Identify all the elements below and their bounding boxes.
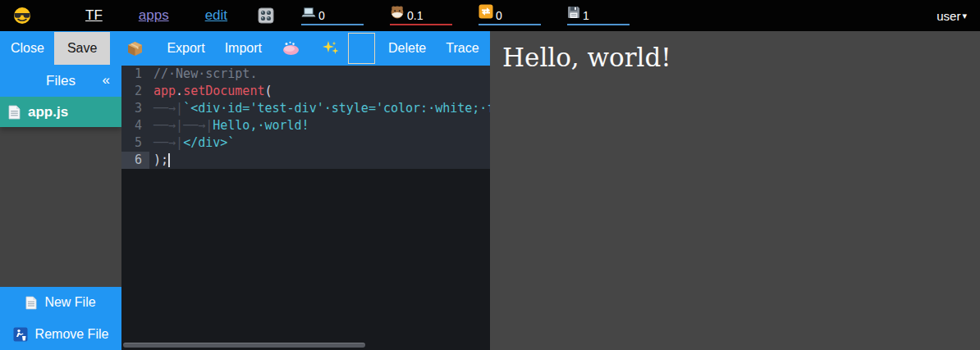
app-window: TF apps edit	[0, 0, 980, 350]
code-line[interactable]: app.setDocument(	[149, 83, 490, 100]
user-menu-label: user	[936, 9, 960, 23]
gutter-line-number[interactable]: 4	[121, 117, 149, 134]
trace-button[interactable]: Trace	[446, 41, 479, 56]
user-menu[interactable]: user ▾	[936, 9, 967, 23]
file-name: app.js	[28, 104, 68, 120]
files-header: Files «	[0, 66, 121, 97]
editor-toolbar: Close Save Export Import	[0, 31, 490, 66]
code-token-string: Hello,·world!	[213, 118, 309, 133]
files-sidebar: Files « app.js	[0, 66, 121, 350]
new-file-icon	[25, 296, 37, 310]
close-button[interactable]: Close	[11, 41, 44, 56]
edit-link[interactable]: edit	[205, 7, 227, 24]
code-token-string: `<div·id='test-div'·style='color:·white;…	[183, 101, 490, 116]
top-bar: TF apps edit	[0, 0, 980, 31]
control-knobs-icon[interactable]	[257, 7, 275, 25]
laptop-icon	[301, 6, 316, 22]
remove-file-button[interactable]: Remove File	[0, 318, 121, 350]
collapse-sidebar-button[interactable]: «	[103, 72, 110, 89]
gutter-line-number[interactable]: 5	[121, 134, 149, 152]
remove-file-label: Remove File	[35, 327, 109, 342]
save-meter-input[interactable]	[583, 9, 619, 22]
editor-pane: Close Save Export Import	[0, 31, 490, 350]
code-token-name: setDocument	[183, 84, 264, 98]
editor-code-column: //·New·script.app.setDocument(──→|`<div·…	[149, 66, 490, 169]
code-line[interactable]: ──→|──→|Hello,·world!	[149, 117, 490, 134]
preview-hello-text: Hello, world!	[490, 31, 980, 72]
gutter-line-number[interactable]: 6	[121, 152, 149, 169]
files-header-label: Files	[46, 73, 76, 89]
loop-meter-input[interactable]	[496, 9, 532, 22]
code-token-punct: );	[153, 152, 168, 167]
litter-bin-icon	[13, 327, 28, 342]
repeat-icon	[479, 4, 493, 22]
code-token-punct: (	[264, 84, 272, 98]
new-file-label: New File	[44, 295, 95, 310]
brand-link[interactable]: TF	[85, 7, 103, 24]
file-item-appjs[interactable]: app.js	[0, 97, 121, 127]
soap-button[interactable]	[282, 40, 300, 57]
sparkles-icon	[322, 39, 340, 57]
file-list: app.js	[0, 97, 121, 287]
code-line[interactable]: ──→|`<div·id='test-div'·style='color:·wh…	[149, 100, 490, 117]
empty-toolbar-button[interactable]	[348, 33, 375, 64]
resource-meter	[479, 6, 541, 25]
editor-content-block: 123456 //·New·script.app.setDocument(──→…	[121, 66, 490, 169]
gutter-line-number[interactable]: 2	[121, 83, 149, 100]
app-preview-pane: Hello, world!	[490, 31, 980, 350]
code-token-name: app	[153, 84, 176, 98]
save-button[interactable]: Save	[54, 32, 110, 65]
code-token-ws: ──→|	[153, 118, 183, 133]
code-token-punct: .	[176, 84, 183, 98]
floppy-icon	[567, 6, 580, 22]
horizontal-scrollbar[interactable]	[123, 343, 365, 348]
soap-icon	[282, 40, 300, 57]
sparkles-button[interactable]	[322, 39, 340, 57]
code-editor[interactable]: 123456 //·New·script.app.setDocument(──→…	[121, 66, 490, 350]
delete-button[interactable]: Delete	[388, 41, 426, 56]
apps-link[interactable]: apps	[139, 7, 169, 24]
text-cursor	[168, 153, 170, 167]
sunglasses-emoji-icon[interactable]	[13, 7, 31, 25]
ram-meter-input[interactable]	[407, 9, 443, 22]
code-token-comment: //·New·script.	[153, 66, 257, 81]
resource-meter	[390, 6, 452, 25]
gutter-line-number[interactable]: 3	[121, 100, 149, 117]
code-line[interactable]: //·New·script.	[149, 66, 490, 83]
import-button[interactable]: Import	[225, 41, 262, 56]
editor-gutter: 123456	[121, 66, 149, 169]
code-token-ws: ──→|	[183, 118, 213, 133]
workspace: Files « app.js	[0, 66, 490, 350]
code-token-ws: ──→|	[153, 135, 183, 150]
code-line[interactable]: );	[149, 152, 490, 169]
gutter-line-number[interactable]: 1	[121, 66, 149, 83]
package-icon	[126, 40, 144, 57]
package-button[interactable]	[126, 40, 144, 57]
code-token-string: </div>`	[183, 135, 235, 150]
chevron-down-icon: ▾	[962, 11, 967, 21]
export-button[interactable]: Export	[167, 41, 204, 56]
file-icon	[8, 105, 21, 120]
new-file-button[interactable]: New File	[0, 287, 121, 318]
hamster-icon	[390, 5, 405, 22]
code-token-ws: ──→|	[153, 101, 183, 116]
code-line[interactable]: ──→|</div>`	[149, 134, 490, 152]
resource-meter	[301, 6, 364, 25]
resource-meter	[567, 6, 630, 25]
cpu-meter-input[interactable]	[318, 9, 355, 22]
